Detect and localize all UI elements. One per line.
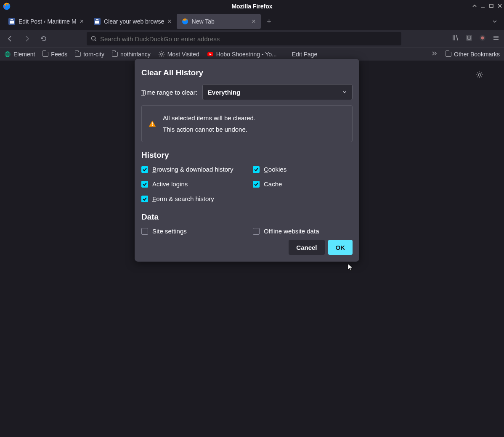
bookmark-element[interactable]: Element: [4, 51, 35, 58]
svg-rect-24: [152, 122, 153, 124]
svg-rect-8: [96, 19, 98, 20]
window-maximize-icon[interactable]: [489, 3, 494, 10]
new-tab-button[interactable]: +: [263, 16, 275, 27]
gear-icon: [158, 51, 165, 58]
bookmark-label: Edit Page: [292, 51, 318, 58]
checkbox-site-settings[interactable]: Site settings: [141, 228, 253, 235]
checkbox-icon: [141, 196, 148, 202]
tab-close-icon[interactable]: ×: [80, 18, 84, 25]
folder-icon: [42, 52, 48, 57]
navbar: [0, 30, 504, 47]
firefox-favicon: [182, 18, 188, 25]
warning-icon: [149, 120, 156, 127]
bookmark-label: Other Bookmarks: [454, 51, 500, 58]
tab-label: Edit Post ‹ Maritime M: [19, 18, 77, 25]
tab-label: Clear your web browse: [104, 18, 164, 25]
bookmark-nothinfancy[interactable]: nothinfancy: [112, 51, 151, 58]
page-favicon: [94, 18, 101, 25]
warning-line2: This action cannot be undone.: [163, 124, 255, 135]
checkbox-icon: [253, 228, 260, 235]
titlebar: Mozilla Firefox: [0, 0, 504, 13]
window-close-icon[interactable]: [497, 3, 502, 10]
all-tabs-button[interactable]: [489, 16, 501, 27]
data-heading: Data: [141, 212, 353, 222]
bookmark-feeds[interactable]: Feeds: [42, 51, 67, 58]
page-favicon: [8, 18, 15, 25]
svg-point-20: [5, 51, 11, 57]
folder-icon: [446, 52, 451, 57]
svg-rect-4: [10, 21, 14, 24]
bookmark-torncity[interactable]: torn-city: [75, 51, 104, 58]
bookmark-label: Feeds: [51, 51, 67, 58]
urlbar[interactable]: [87, 32, 401, 45]
svg-rect-7: [95, 21, 99, 24]
bookmark-label: Most Visited: [167, 51, 199, 58]
search-icon: [91, 36, 97, 42]
bookmark-label: Element: [13, 51, 35, 58]
checkbox-icon: [141, 181, 148, 188]
bookmark-editpage[interactable]: Edit Page: [292, 51, 318, 58]
dialog-title: Clear All History: [141, 68, 353, 77]
bookmarks-overflow[interactable]: [430, 50, 438, 58]
tab-new-tab[interactable]: New Tab ×: [177, 14, 261, 29]
timerange-value: Everything: [208, 89, 241, 96]
bookmark-label: torn-city: [83, 51, 104, 58]
window-up-icon[interactable]: [472, 3, 477, 10]
checkbox-cache[interactable]: Cache: [253, 180, 353, 188]
svg-rect-15: [466, 35, 472, 41]
newtab-settings-icon[interactable]: [475, 71, 484, 81]
tab-close-icon[interactable]: ×: [252, 18, 255, 25]
warning-line1: All selected items will be cleared.: [163, 112, 255, 124]
bookmark-hobo[interactable]: Hobo Shoestring - Yo...: [207, 51, 277, 58]
checkbox-icon: [141, 228, 148, 235]
bookmark-mostvisited[interactable]: Most Visited: [158, 51, 199, 58]
checkbox-browsing-history[interactable]: Browsing & download history: [141, 166, 253, 173]
checkbox-icon: [253, 181, 260, 188]
urlbar-input[interactable]: [100, 35, 397, 42]
checkbox-icon: [253, 166, 260, 173]
checkbox-icon: [141, 166, 148, 173]
checkbox-form-history[interactable]: Form & search history: [141, 195, 253, 202]
extension-icon[interactable]: [479, 34, 486, 43]
window-minimize-icon[interactable]: [480, 3, 485, 10]
folder-icon: [112, 52, 118, 57]
history-heading: History: [141, 151, 353, 160]
cancel-button[interactable]: Cancel: [289, 240, 324, 255]
menu-button[interactable]: [492, 34, 500, 43]
forward-button[interactable]: [21, 33, 33, 45]
svg-point-10: [92, 37, 95, 40]
timerange-select[interactable]: Everything: [202, 84, 353, 100]
bookmark-label: Hobo Shoestring - Yo...: [216, 51, 277, 58]
youtube-icon: [207, 51, 214, 58]
tabbar: Edit Post ‹ Maritime M × Clear your web …: [0, 13, 504, 30]
back-button[interactable]: [4, 33, 16, 45]
tab-edit-post[interactable]: Edit Post ‹ Maritime M ×: [3, 14, 89, 29]
chevron-down-icon: [342, 90, 347, 95]
other-bookmarks[interactable]: Other Bookmarks: [446, 51, 500, 58]
checkbox-cookies[interactable]: Cookies: [253, 166, 353, 173]
bookmark-label: nothinfancy: [120, 51, 151, 58]
tab-label: New Tab: [192, 18, 249, 25]
svg-point-21: [160, 53, 162, 55]
svg-point-25: [152, 125, 153, 126]
clear-history-dialog: Clear All History Time range to clear: E…: [135, 59, 359, 262]
library-icon[interactable]: [452, 34, 459, 43]
ok-button[interactable]: OK: [328, 240, 353, 255]
checkbox-active-logins[interactable]: Active logins: [141, 180, 253, 188]
window-title: Mozilla Firefox: [231, 3, 272, 10]
reload-button[interactable]: [38, 33, 50, 45]
svg-line-11: [95, 40, 97, 42]
folder-icon: [75, 52, 81, 57]
svg-point-23: [478, 74, 481, 76]
svg-line-14: [456, 35, 458, 40]
element-icon: [4, 51, 11, 58]
tab-clear-browse[interactable]: Clear your web browse ×: [89, 14, 177, 29]
svg-rect-2: [490, 4, 493, 8]
checkbox-offline-data[interactable]: Offline website data: [253, 228, 353, 235]
timerange-label: Time range to clear:: [141, 89, 197, 96]
tab-close-icon[interactable]: ×: [167, 18, 171, 25]
svg-rect-5: [11, 19, 13, 20]
ublock-icon[interactable]: [465, 34, 473, 43]
firefox-icon: [3, 2, 11, 11]
warning-box: All selected items will be cleared. This…: [141, 105, 353, 142]
